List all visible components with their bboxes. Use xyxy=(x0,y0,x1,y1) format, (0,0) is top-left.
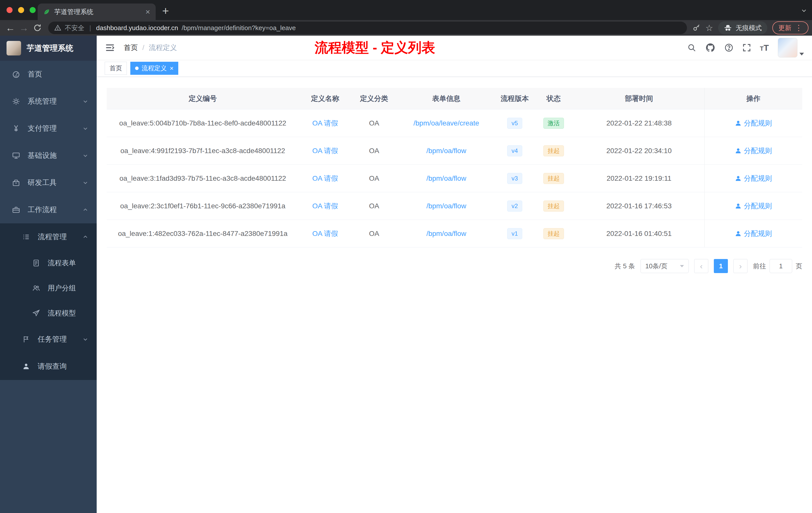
table-row: oa_leave:3:1fad3d93-7b75-11ec-a3c8-acde4… xyxy=(107,164,802,192)
sidebar-item-label: 工作流程 xyxy=(28,205,57,215)
search-icon[interactable] xyxy=(687,43,696,52)
tag-close-icon[interactable]: × xyxy=(170,65,174,71)
cell-form-link[interactable]: /bpm/oa/leave/create xyxy=(397,110,496,137)
workflow-submenu: 流程管理 流程表单 用户分组 流程模型 xyxy=(0,223,97,380)
tag-process-definition[interactable]: 流程定义 × xyxy=(130,62,178,75)
cell-action-link[interactable]: 分配规则 xyxy=(704,164,802,192)
cell-category: OA xyxy=(351,192,397,220)
back-icon[interactable]: ← xyxy=(3,21,17,35)
page-number-button[interactable]: 1 xyxy=(714,259,728,273)
cell-definition-name-link[interactable]: OA 请假 xyxy=(299,220,351,247)
tag-home[interactable]: 首页 xyxy=(105,62,127,75)
cell-action-link[interactable]: 分配规则 xyxy=(704,110,802,137)
github-icon[interactable] xyxy=(705,43,715,53)
sidebar-item-process-mgmt[interactable]: 流程管理 xyxy=(0,223,97,250)
new-tab-button[interactable]: + xyxy=(162,5,169,17)
cell-action-link[interactable]: 分配规则 xyxy=(704,192,802,220)
sidebar-item-user-group[interactable]: 用户分组 xyxy=(0,276,97,301)
chevron-down-icon xyxy=(83,337,88,342)
help-icon[interactable] xyxy=(724,43,733,52)
cell-definition-name-link[interactable]: OA 请假 xyxy=(299,164,351,192)
update-button[interactable]: 更新 ⋮ xyxy=(772,21,809,34)
monitor-icon xyxy=(11,151,21,160)
cell-deploy-time: 2022-01-16 01:40:51 xyxy=(574,220,704,247)
table-header-row: 定义编号定义名称定义分类表单信息流程版本状态部署时间操作 xyxy=(107,88,802,110)
sidebar-item-infrastructure[interactable]: 基础设施 xyxy=(0,142,97,169)
browser-tab[interactable]: 芋道管理系统 × xyxy=(38,3,156,20)
page-size-select[interactable]: 10条/页 xyxy=(640,259,689,273)
chevron-down-icon xyxy=(83,180,88,185)
cell-status: 挂起 xyxy=(533,192,574,220)
bookmark-star-icon[interactable]: ☆ xyxy=(705,23,713,33)
cell-form-link[interactable]: /bpm/oa/flow xyxy=(397,137,496,164)
cell-status: 挂起 xyxy=(533,137,574,164)
cell-action-link[interactable]: 分配规则 xyxy=(704,137,802,164)
sidebar-item-label: 基础设施 xyxy=(28,151,57,161)
browser-menu-icon[interactable]: ⋮ xyxy=(795,24,803,32)
dashboard-icon xyxy=(11,70,21,79)
sidebar-logo[interactable]: 芋道管理系统 xyxy=(0,36,97,61)
sidebar-item-process-model[interactable]: 流程模型 xyxy=(0,301,97,326)
avatar[interactable] xyxy=(778,38,798,58)
security-label: 不安全 xyxy=(65,24,84,32)
breadcrumb-home[interactable]: 首页 xyxy=(124,43,138,53)
hamburger-icon[interactable] xyxy=(105,42,115,53)
browser-toolbar: ← → 不安全 | dashboard.yudao.iocoder.cn /bp… xyxy=(0,20,812,36)
close-window-button[interactable] xyxy=(6,7,12,13)
address-bar[interactable]: 不安全 | dashboard.yudao.iocoder.cn /bpm/ma… xyxy=(48,22,687,34)
goto-page-input[interactable] xyxy=(770,259,792,273)
gear-icon xyxy=(11,97,21,105)
table-row: oa_leave:1:482ec033-762a-11ec-8477-a2380… xyxy=(107,220,802,247)
cell-form-link[interactable]: /bpm/oa/flow xyxy=(397,220,496,247)
minimize-window-button[interactable] xyxy=(18,7,24,13)
toolbox-icon xyxy=(11,178,21,187)
chevron-down-icon xyxy=(83,99,88,104)
maximize-window-button[interactable] xyxy=(30,7,36,13)
cell-version: v2 xyxy=(496,192,533,220)
sidebar-item-task-mgmt[interactable]: 任务管理 xyxy=(0,326,97,353)
password-key-icon[interactable] xyxy=(693,24,700,32)
cell-definition-id: oa_leave:2:3c1f0ef1-76b1-11ec-9c66-a2380… xyxy=(107,192,299,220)
incognito-label: 无痕模式 xyxy=(736,24,762,32)
tab-close-icon[interactable]: × xyxy=(145,8,150,16)
column-header: 状态 xyxy=(533,88,574,109)
column-header: 表单信息 xyxy=(397,88,496,109)
cell-category: OA xyxy=(351,137,397,164)
sidebar-item-label: 流程表单 xyxy=(48,258,76,268)
cell-form-link[interactable]: /bpm/oa/flow xyxy=(397,164,496,192)
security-warning-icon[interactable] xyxy=(54,24,61,31)
person-icon xyxy=(735,148,742,154)
logo-title: 芋道管理系统 xyxy=(27,43,73,54)
cell-deploy-time: 2022-01-22 21:48:38 xyxy=(574,110,704,137)
next-page-button[interactable]: › xyxy=(733,259,748,273)
sidebar-item-label: 首页 xyxy=(28,69,42,79)
incognito-icon xyxy=(724,24,732,32)
sidebar-item-process-form[interactable]: 流程表单 xyxy=(0,250,97,276)
sidebar-item-leave-query[interactable]: 请假查询 xyxy=(0,353,97,380)
column-header: 操作 xyxy=(704,88,802,109)
tab-search-chevron-icon[interactable] xyxy=(801,7,807,13)
user-menu[interactable] xyxy=(778,38,804,58)
sidebar-item-label: 研发工具 xyxy=(28,178,57,188)
sidebar-item-home[interactable]: 首页 xyxy=(0,61,97,88)
breadcrumb-current: 流程定义 xyxy=(149,43,177,53)
caret-down-icon xyxy=(800,53,804,56)
cell-definition-name-link[interactable]: OA 请假 xyxy=(299,192,351,220)
breadcrumb-separator: / xyxy=(142,44,144,52)
url-path: /bpm/manager/definition?key=oa_leave xyxy=(181,24,296,32)
cell-version: v3 xyxy=(496,164,533,192)
cell-definition-name-link[interactable]: OA 请假 xyxy=(299,110,351,137)
sidebar-item-workflow[interactable]: 工作流程 xyxy=(0,196,97,223)
sidebar-item-payment-mgmt[interactable]: 支付管理 xyxy=(0,115,97,142)
cell-form-link[interactable]: /bpm/oa/flow xyxy=(397,192,496,220)
sidebar-item-dev-tools[interactable]: 研发工具 xyxy=(0,169,97,196)
cell-action-link[interactable]: 分配规则 xyxy=(704,220,802,247)
forward-icon[interactable]: → xyxy=(17,21,31,35)
cell-definition-name-link[interactable]: OA 请假 xyxy=(299,137,351,164)
font-size-icon[interactable]: TT xyxy=(760,43,769,53)
sidebar-item-label: 用户分组 xyxy=(48,283,76,293)
fullscreen-icon[interactable] xyxy=(743,43,751,52)
prev-page-button[interactable]: ‹ xyxy=(694,259,708,273)
sidebar-item-system-mgmt[interactable]: 系统管理 xyxy=(0,88,97,115)
reload-icon[interactable] xyxy=(31,21,44,35)
